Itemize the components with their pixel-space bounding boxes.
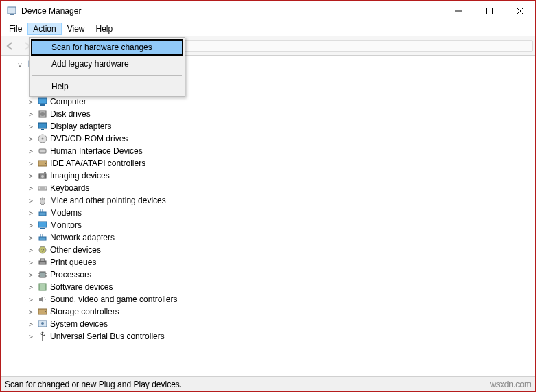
menu-item-scan-hardware[interactable]: Scan for hardware changes — [31, 39, 183, 56]
printer-icon — [36, 257, 49, 268]
title-bar: Device Manager — [1, 1, 535, 21]
tree-node[interactable]: >Software devices — [13, 281, 535, 293]
svg-rect-39 — [39, 261, 46, 264]
chevron-right-icon[interactable]: > — [27, 321, 35, 328]
menu-bar: File Action View Help — [1, 21, 535, 36]
chevron-right-icon[interactable]: > — [27, 222, 35, 229]
usb-icon — [36, 331, 49, 342]
chevron-right-icon[interactable]: > — [27, 209, 35, 217]
optical-icon — [36, 133, 49, 144]
tree-node[interactable]: >Human Interface Devices — [13, 145, 535, 157]
menu-item-add-legacy[interactable]: Add legacy hardware — [31, 56, 183, 72]
tree-node[interactable]: >DVD/CD-ROM drives — [13, 132, 535, 145]
chevron-right-icon[interactable]: > — [27, 284, 35, 291]
tree-node[interactable]: >Keyboards — [13, 182, 535, 194]
expander-icon[interactable]: v — [16, 61, 24, 69]
cpu-icon — [36, 269, 49, 280]
chevron-right-icon[interactable]: > — [27, 271, 35, 279]
display-icon — [36, 121, 49, 132]
chevron-right-icon[interactable]: > — [27, 296, 35, 303]
chevron-right-icon[interactable]: > — [27, 98, 35, 106]
svg-text:?: ? — [41, 247, 45, 253]
tree-node[interactable]: >Imaging devices — [13, 170, 535, 182]
chevron-right-icon[interactable]: > — [27, 234, 35, 242]
tree-node-label: Software devices — [50, 282, 113, 292]
tree-node-label: Storage controllers — [50, 307, 119, 316]
tree-node[interactable]: >Display adapters — [13, 120, 535, 132]
computer-icon — [36, 96, 49, 107]
chevron-right-icon[interactable]: > — [27, 160, 35, 168]
sound-icon — [36, 294, 49, 305]
tree-node-label: Human Interface Devices — [50, 146, 143, 156]
svg-rect-12 — [40, 104, 45, 106]
svg-rect-33 — [40, 228, 45, 229]
tree-node-label: Other devices — [50, 245, 101, 255]
close-button[interactable] — [504, 1, 535, 21]
tree-node[interactable]: >System devices — [13, 318, 535, 330]
tree-node[interactable]: >Computer — [13, 95, 535, 108]
tree-node[interactable]: >Network adapters — [13, 231, 535, 244]
svg-rect-24 — [44, 172, 46, 174]
svg-point-18 — [42, 138, 44, 140]
imaging-icon — [36, 170, 49, 181]
mouse-icon — [36, 195, 49, 206]
tree-node[interactable]: >Universal Serial Bus controllers — [13, 330, 535, 343]
chevron-right-icon[interactable]: > — [27, 123, 35, 130]
svg-rect-46 — [39, 284, 46, 290]
back-button[interactable] — [3, 39, 17, 53]
chevron-right-icon[interactable]: > — [27, 197, 35, 205]
chevron-right-icon[interactable]: > — [27, 135, 35, 143]
tree-node-label: Monitors — [50, 220, 82, 230]
monitor-icon — [36, 220, 49, 231]
svg-point-23 — [41, 175, 44, 178]
menu-file[interactable]: File — [3, 23, 27, 35]
menu-item-help[interactable]: Help — [31, 78, 183, 95]
menu-action[interactable]: Action — [27, 23, 61, 35]
tree-node-label: Processors — [50, 270, 91, 279]
tree-node[interactable]: >Mice and other pointing devices — [13, 194, 535, 207]
tree-node-label: Universal Serial Bus controllers — [50, 332, 165, 341]
minimize-button[interactable] — [443, 1, 474, 21]
svg-point-51 — [42, 332, 44, 334]
svg-point-50 — [41, 322, 44, 325]
network-icon — [36, 232, 49, 243]
disk-icon — [36, 108, 49, 119]
svg-rect-15 — [38, 123, 47, 128]
chevron-right-icon[interactable]: > — [27, 172, 35, 180]
system-icon — [36, 319, 49, 330]
maximize-button[interactable] — [474, 1, 504, 21]
chevron-right-icon[interactable]: > — [27, 111, 35, 118]
svg-point-14 — [40, 112, 45, 116]
svg-rect-0 — [8, 7, 16, 14]
tree-node-label: Network adapters — [50, 233, 115, 242]
modem-icon — [36, 207, 49, 218]
tree-node[interactable]: >Modems — [13, 207, 535, 219]
chevron-right-icon[interactable]: > — [27, 308, 35, 316]
svg-rect-19 — [39, 149, 46, 153]
tree-node[interactable]: >Print queues — [13, 256, 535, 268]
svg-rect-40 — [40, 259, 45, 261]
action-dropdown: Scan for hardware changes Add legacy har… — [29, 37, 185, 97]
chevron-right-icon[interactable]: > — [27, 185, 35, 192]
tree-node[interactable]: >Sound, video and game controllers — [13, 293, 535, 305]
keyboard-icon — [36, 183, 49, 194]
status-bar: Scan for changed or new Plug and Play de… — [1, 376, 535, 391]
menu-help[interactable]: Help — [91, 23, 119, 35]
device-tree[interactable]: v >Batteries>Bluetooth>Computer>Disk dri… — [1, 56, 535, 385]
tree-node[interactable]: >IDE ATA/ATAPI controllers — [13, 157, 535, 170]
tree-node[interactable]: >Processors — [13, 268, 535, 281]
other-icon: ? — [36, 244, 49, 255]
tree-node[interactable]: >Monitors — [13, 219, 535, 231]
tree-node-label: Sound, video and game controllers — [50, 295, 177, 304]
hid-icon — [36, 146, 49, 157]
menu-view[interactable]: View — [62, 23, 91, 35]
chevron-right-icon[interactable]: > — [27, 259, 35, 266]
chevron-right-icon[interactable]: > — [27, 148, 35, 155]
window-controls — [443, 1, 535, 21]
tree-node[interactable]: >Disk drives — [13, 108, 535, 120]
chevron-right-icon[interactable]: > — [27, 333, 35, 341]
chevron-right-icon[interactable]: > — [27, 246, 35, 254]
tree-node[interactable]: >?Other devices — [13, 244, 535, 256]
tree-node[interactable]: >Storage controllers — [13, 305, 535, 318]
svg-rect-29 — [39, 212, 46, 216]
